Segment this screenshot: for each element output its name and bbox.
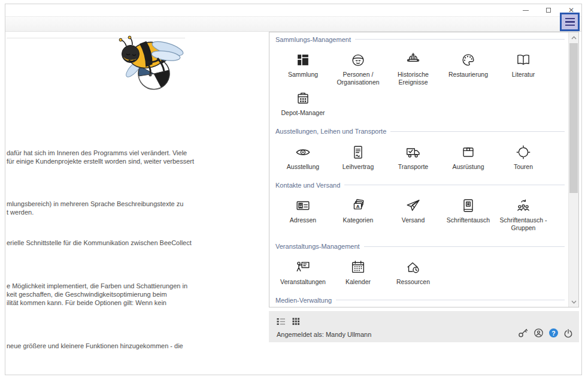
logged-in-as-label: Angemeldet als: Mandy Ullmann	[277, 331, 371, 338]
section-title: Medien-Verwaltung	[275, 297, 332, 304]
equipment-box-icon	[460, 143, 477, 161]
menu-item-depot-manager[interactable]: Depot-Manager	[275, 89, 331, 117]
document-text-line: für einige Kundenprojekte erstellt worde…	[7, 158, 194, 165]
menu-item-label: Restaurierung	[448, 71, 488, 79]
menu-item-versand[interactable]: Versand	[386, 197, 441, 231]
restore-icon	[546, 8, 551, 13]
eye-icon	[295, 143, 311, 161]
collection-icon	[295, 51, 311, 69]
key-icon[interactable]	[518, 328, 528, 338]
id-card-icon	[295, 197, 311, 215]
menu-item-adressen[interactable]: Adressen	[275, 197, 331, 231]
presentation-icon	[295, 258, 311, 276]
menu-item-label: Kalender	[345, 278, 371, 286]
svg-text:A: A	[356, 204, 360, 209]
document-text-line: e Möglichkeit implementiert, die Farben …	[7, 282, 187, 289]
menu-item-transporte[interactable]: Transporte	[386, 143, 441, 171]
minimize-icon	[523, 10, 529, 11]
document-text-line: erielle Schnittstelle für die Kommunikat…	[7, 239, 192, 246]
contract-document-icon	[350, 143, 366, 161]
document-text-line: ilität kommen kann. Für beide Optionen g…	[7, 299, 166, 306]
menu-item-ausstellung[interactable]: Ausstellung	[275, 143, 331, 171]
stacked-cards-icon: A	[350, 197, 366, 215]
section-ausstellungen-leihen-transporte: Ausstellungen, Leihen und Transporte Aus…	[275, 128, 568, 174]
section-title: Veranstaltungs-Management	[275, 243, 360, 250]
document-pane[interactable]: dafür hat sich im Inneren des Programms …	[5, 32, 269, 375]
menu-button-highlight-box	[560, 13, 580, 31]
menu-item-label: Literatur	[512, 71, 535, 79]
menu-item-label: Veranstaltungen	[280, 278, 326, 286]
menu-item-label: Versand	[402, 216, 425, 224]
section-rule	[364, 246, 565, 247]
document-text-line: keit geschaffen, die Geschwindigkeitsopt…	[7, 291, 167, 298]
menu-item-label: Transporte	[398, 163, 428, 171]
document-text-line: neue größere und kleinere Funktionen hin…	[7, 342, 183, 349]
menu-item-schriftentausch[interactable]: Schriftentausch	[441, 197, 496, 231]
titlebar: ✕	[5, 4, 581, 16]
menu-item-sammlung[interactable]: Sammlung	[275, 51, 331, 86]
menu-item-label: Schriftentausch - Gruppen	[496, 216, 551, 231]
menu-item-label: Ausstellung	[287, 163, 319, 171]
section-rule	[355, 39, 565, 40]
menu-item-label: Personen / Organisationen	[331, 71, 386, 86]
person-icon	[350, 51, 366, 69]
statusbar: Angemeldet als: Mandy Ullmann ?	[269, 311, 579, 342]
menu-item-label: Leihvertrag	[343, 163, 374, 171]
scrollbar-thumb[interactable]	[569, 43, 578, 193]
menu-item-label: Sammlung	[288, 71, 318, 79]
menu-item-label: Depot-Manager	[281, 109, 325, 117]
restore-button[interactable]	[544, 6, 553, 14]
truck-check-icon	[405, 143, 422, 161]
document-text-line: t werden.	[7, 209, 34, 216]
section-title: Kontakte und Versand	[275, 182, 340, 189]
power-icon[interactable]	[563, 328, 573, 338]
document-text-line: dafür hat sich im Inneren des Programms …	[7, 149, 187, 156]
section-sammlungs-management: Sammlungs-Management Sam	[275, 35, 568, 120]
open-book-icon	[515, 51, 532, 69]
list-view-icon[interactable]	[277, 318, 286, 325]
support-icon[interactable]	[534, 328, 544, 338]
menu-item-label: Adressen	[290, 216, 316, 224]
menu-item-leihvertrag[interactable]: Leihvertrag	[331, 143, 386, 171]
menu-item-schriftentausch-gruppen[interactable]: Schriftentausch - Gruppen	[496, 197, 551, 231]
menu-item-literatur[interactable]: Literatur	[496, 51, 551, 86]
section-kontakte-und-versand: Kontakte und Versand	[275, 181, 568, 235]
hamburger-menu-icon	[565, 18, 575, 19]
book-download-icon	[460, 197, 477, 215]
menu-item-personen-organisationen[interactable]: Personen / Organisationen	[331, 51, 386, 86]
crown-icon	[405, 51, 422, 69]
scroll-down-arrow-icon[interactable]	[569, 297, 578, 307]
minimize-button[interactable]	[522, 6, 530, 14]
paper-plane-icon	[405, 197, 422, 215]
beecollect-bee-logo	[111, 35, 187, 94]
hamburger-menu-button[interactable]	[562, 14, 578, 29]
menu-item-historische-ereignisse[interactable]: Historische Ereignisse	[386, 51, 441, 86]
grid-view-icon[interactable]	[292, 318, 300, 325]
menu-item-ausruestung[interactable]: Ausrüstung	[441, 143, 496, 171]
toolbar	[5, 16, 581, 32]
house-clock-icon	[405, 258, 422, 276]
menu-item-label: Ressourcen	[396, 278, 430, 286]
menu-item-label: Historische Ereignisse	[386, 71, 441, 86]
menu-item-touren[interactable]: Touren	[496, 143, 551, 171]
crosshair-icon	[515, 143, 532, 161]
menu-item-label: Schriftentausch	[447, 216, 490, 224]
main-menu-panel: Sammlungs-Management Sam	[269, 32, 579, 307]
group-sync-icon	[515, 197, 532, 215]
section-rule	[344, 185, 565, 185]
menu-item-restaurierung[interactable]: Restaurierung	[441, 51, 496, 86]
document-text-line: mlungsbereich) in mehreren Sprache Besch…	[7, 200, 183, 207]
scroll-up-arrow-icon[interactable]	[569, 32, 578, 43]
help-icon[interactable]: ?	[549, 328, 558, 337]
menu-item-kalender[interactable]: Kalender	[331, 258, 386, 286]
menu-item-veranstaltungen[interactable]: Veranstaltungen	[275, 258, 331, 286]
menu-item-label: Ausrüstung	[452, 163, 484, 171]
palette-icon	[460, 51, 477, 69]
section-title: Ausstellungen, Leihen und Transporte	[275, 128, 386, 135]
panel-scrollbar[interactable]	[568, 32, 578, 307]
menu-item-label: Kategorien	[343, 216, 374, 224]
menu-item-ressourcen[interactable]: Ressourcen	[386, 258, 441, 286]
menu-item-kategorien[interactable]: A Kategorien	[331, 197, 386, 231]
menu-item-label: Touren	[514, 163, 533, 171]
section-veranstaltungs-management: Veranstaltungs-Management	[275, 243, 568, 289]
